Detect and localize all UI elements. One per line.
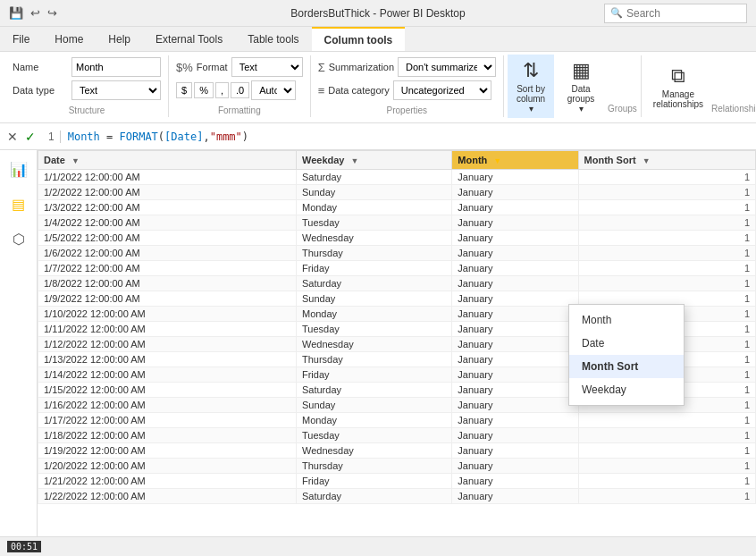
table-cell: Saturday bbox=[296, 489, 451, 504]
data-groups-label: Datagroups ▾ bbox=[566, 84, 596, 114]
comma-btn[interactable]: , bbox=[215, 82, 229, 98]
search-box[interactable]: 🔍 bbox=[604, 4, 747, 23]
table-cell: 1 bbox=[578, 261, 755, 276]
redo-icon[interactable]: ↪ bbox=[47, 6, 57, 20]
table-row: 1/2/2022 12:00:00 AMSundayJanuary1 bbox=[38, 185, 756, 200]
month-filter-icon[interactable]: ▼ bbox=[493, 156, 501, 165]
format-select[interactable]: Text bbox=[231, 57, 303, 77]
datacategory-label: Data category bbox=[328, 85, 389, 96]
sigma-icon: Σ bbox=[318, 61, 325, 74]
main-area: 📊 ▤ ⬡ Date ▼ Weekday ▼ Month ▼ Mont bbox=[0, 150, 756, 556]
table-cell: 1 bbox=[578, 413, 755, 428]
datacategory-select[interactable]: Uncategorized bbox=[393, 80, 491, 100]
col-header-date[interactable]: Date ▼ bbox=[38, 151, 297, 170]
search-icon: 🔍 bbox=[610, 7, 623, 19]
sort-by-column-btn[interactable]: ⇅ Sort bycolumn ▾ bbox=[508, 55, 554, 118]
table-row: 1/5/2022 12:00:00 AMWednesdayJanuary1 bbox=[38, 231, 756, 246]
table-cell: Sunday bbox=[296, 291, 451, 307]
table-cell: 1/11/2022 12:00:00 AM bbox=[38, 322, 297, 337]
table-row: 1/7/2022 12:00:00 AMFridayJanuary1 bbox=[38, 261, 756, 276]
table-cell: 1/12/2022 12:00:00 AM bbox=[38, 337, 297, 352]
table-cell: January bbox=[452, 337, 578, 352]
date-filter-icon[interactable]: ▼ bbox=[71, 156, 80, 165]
table-cell: 1/22/2022 12:00:00 AM bbox=[38, 489, 297, 504]
menu-item-help[interactable]: Help bbox=[96, 27, 143, 51]
dropdown-item-date[interactable]: Date bbox=[569, 332, 684, 355]
table-cell: January bbox=[452, 398, 578, 413]
table-cell: 1 bbox=[578, 200, 755, 215]
menu-item-external-tools[interactable]: External Tools bbox=[143, 27, 235, 51]
menu-item-table-tools[interactable]: Table tools bbox=[235, 27, 311, 51]
table-row: 1/17/2022 12:00:00 AMMondayJanuary1 bbox=[38, 413, 756, 428]
percent-btn[interactable]: % bbox=[194, 82, 214, 98]
category-icon: ≡ bbox=[318, 84, 325, 97]
confirm-icon[interactable]: ✓ bbox=[25, 130, 36, 144]
table-cell: 1 bbox=[578, 459, 755, 474]
save-icon[interactable]: 💾 bbox=[9, 6, 23, 20]
dropdown-item-month[interactable]: Month bbox=[569, 308, 684, 332]
groups-icon: ▦ bbox=[572, 59, 591, 82]
table-row: 1/4/2022 12:00:00 AMTuesdayJanuary1 bbox=[38, 215, 756, 231]
sort-dropdown-menu: Month Date Month Sort Weekday bbox=[568, 304, 685, 406]
table-cell: January bbox=[452, 352, 578, 367]
table-cell: 1/4/2022 12:00:00 AM bbox=[38, 215, 297, 231]
data-icon[interactable]: ▤ bbox=[8, 192, 29, 216]
table-cell: January bbox=[452, 367, 578, 383]
datatype-select[interactable]: Text bbox=[71, 80, 161, 100]
table-cell: January bbox=[452, 170, 578, 185]
table-cell: January bbox=[452, 185, 578, 200]
manage-relationships-label: Managerelationships bbox=[653, 89, 703, 109]
properties-label: Properties bbox=[318, 105, 496, 115]
report-icon[interactable]: 📊 bbox=[6, 157, 31, 181]
table-cell: Saturday bbox=[296, 170, 451, 185]
menu-item-home[interactable]: Home bbox=[42, 27, 96, 51]
table-cell: 1/3/2022 12:00:00 AM bbox=[38, 200, 297, 215]
table-cell: Wednesday bbox=[296, 231, 451, 246]
col-header-weekday[interactable]: Weekday ▼ bbox=[296, 151, 451, 170]
col-header-month[interactable]: Month ▼ bbox=[452, 151, 578, 170]
cancel-icon[interactable]: ✕ bbox=[7, 130, 18, 144]
table-cell: January bbox=[452, 261, 578, 276]
table-cell: 1/7/2022 12:00:00 AM bbox=[38, 261, 297, 276]
table-cell: January bbox=[452, 200, 578, 215]
relationships-icon: ⧉ bbox=[671, 64, 685, 88]
title-bar-icons[interactable]: 💾 ↩ ↪ bbox=[9, 6, 57, 20]
table-cell: 1/15/2022 12:00:00 AM bbox=[38, 383, 297, 398]
menu-bar: File Home Help External Tools Table tool… bbox=[0, 27, 756, 52]
table-row: 1/1/2022 12:00:00 AMSaturdayJanuary1 bbox=[38, 170, 756, 185]
table-row: 1/19/2022 12:00:00 AMWednesdayJanuary1 bbox=[38, 443, 756, 459]
formula-text: Month = FORMAT([Date],"mmm") bbox=[68, 131, 248, 143]
weekday-filter-icon[interactable]: ▼ bbox=[351, 156, 359, 165]
table-cell: January bbox=[452, 291, 578, 307]
manage-relationships-btn[interactable]: ⧉ Managerelationships bbox=[645, 60, 711, 114]
col-header-monthsort[interactable]: Month Sort ▼ bbox=[578, 151, 755, 170]
table-row: 1/3/2022 12:00:00 AMMondayJanuary1 bbox=[38, 200, 756, 215]
name-input[interactable] bbox=[71, 57, 161, 77]
data-groups-btn[interactable]: ▦ Datagroups ▾ bbox=[558, 55, 604, 118]
currency-btn[interactable]: $ bbox=[176, 82, 192, 98]
table-cell: 1/8/2022 12:00:00 AM bbox=[38, 276, 297, 291]
menu-item-column-tools[interactable]: Column tools bbox=[312, 27, 406, 51]
dropdown-item-weekday[interactable]: Weekday bbox=[569, 378, 684, 401]
formula-bar: ✕ ✓ 1 Month = FORMAT([Date],"mmm") bbox=[0, 123, 756, 150]
table-cell: January bbox=[452, 459, 578, 474]
ribbon: Name Data type Text Structure $% Format … bbox=[0, 52, 756, 123]
summarization-select[interactable]: Don't summarize bbox=[398, 57, 496, 77]
table-cell: Friday bbox=[296, 261, 451, 276]
dropdown-item-monthsort[interactable]: Month Sort bbox=[569, 355, 684, 378]
table-cell: Wednesday bbox=[296, 337, 451, 352]
menu-item-file[interactable]: File bbox=[0, 27, 42, 51]
table-cell: 1/21/2022 12:00:00 AM bbox=[38, 474, 297, 489]
table-cell: 1 bbox=[578, 489, 755, 504]
table-cell: Tuesday bbox=[296, 428, 451, 443]
model-icon[interactable]: ⬡ bbox=[9, 227, 29, 251]
auto-select[interactable]: Auto bbox=[251, 80, 296, 100]
sort-icon: ⇅ bbox=[523, 59, 539, 82]
table-cell: 1 bbox=[578, 185, 755, 200]
monthsort-filter-icon[interactable]: ▼ bbox=[643, 156, 651, 165]
table-cell: January bbox=[452, 383, 578, 398]
undo-icon[interactable]: ↩ bbox=[30, 6, 40, 20]
table-cell: January bbox=[452, 307, 578, 322]
decrease-decimal-btn[interactable]: .0 bbox=[231, 82, 249, 98]
search-input[interactable] bbox=[626, 7, 734, 20]
